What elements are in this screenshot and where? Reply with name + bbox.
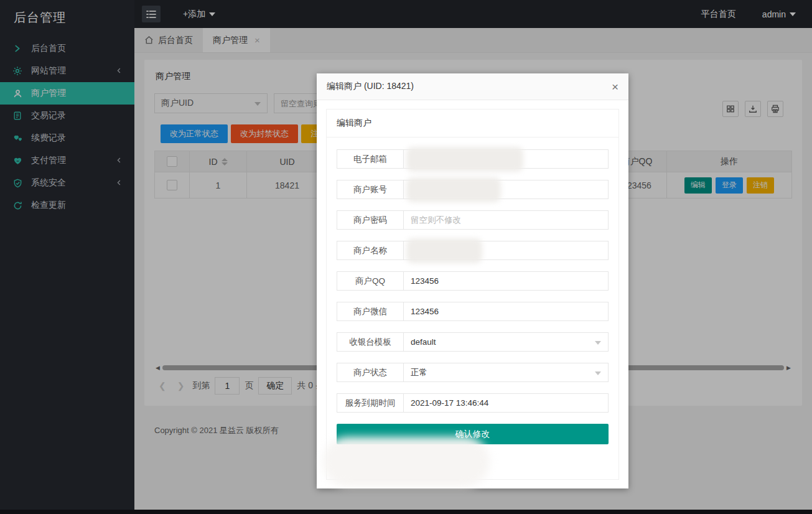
admin-app: 后台管理 后台首页 网站管理 商户管理 交易记录 续费记录	[0, 0, 812, 514]
field-label: 商户密码	[337, 210, 404, 230]
field-wechat: 商户微信	[337, 302, 609, 321]
panel-title: 编辑商户	[327, 110, 618, 138]
password-field[interactable]	[404, 211, 608, 229]
field-label: 商户状态	[337, 363, 404, 382]
field-label: 商户微信	[337, 302, 404, 321]
modal-titlebar: 编辑商户 (UID: 18421) ×	[317, 73, 628, 100]
wechat-field[interactable]	[404, 302, 608, 320]
qq-field[interactable]	[404, 272, 608, 290]
field-password: 商户密码	[337, 210, 609, 230]
watermark-blur	[323, 437, 490, 487]
redaction-blur	[406, 238, 482, 263]
field-status: 商户状态	[337, 363, 609, 382]
modal-title: 编辑商户 (UID: 18421)	[327, 81, 414, 92]
field-expiry: 服务到期时间	[337, 393, 609, 413]
field-cashier-template: 收银台模板	[337, 332, 609, 352]
edit-merchant-modal: 编辑商户 (UID: 18421) × 编辑商户 电子邮箱 商户账号	[317, 73, 628, 488]
field-name: 商户名称	[337, 241, 609, 260]
redaction-blur	[406, 147, 523, 172]
chevron-down-icon	[595, 341, 601, 345]
merchant-status-select[interactable]	[403, 363, 609, 382]
edit-panel: 编辑商户 电子邮箱 商户账号 商户密码	[326, 109, 619, 480]
field-email: 电子邮箱	[337, 149, 609, 169]
field-label: 商户名称	[337, 241, 404, 260]
chevron-down-icon	[595, 371, 601, 375]
field-account: 商户账号	[337, 180, 609, 199]
cashier-template-value	[404, 333, 608, 351]
field-label: 商户账号	[337, 180, 404, 199]
field-label: 电子邮箱	[337, 149, 404, 169]
field-label: 商户QQ	[337, 271, 404, 291]
redaction-blur	[406, 177, 501, 202]
edit-form: 电子邮箱 商户账号 商户密码 商户名称	[327, 138, 618, 444]
close-icon[interactable]: ×	[612, 81, 618, 93]
field-label: 服务到期时间	[337, 393, 404, 413]
merchant-status-value	[404, 363, 608, 381]
cashier-template-select[interactable]	[403, 332, 609, 352]
field-label: 收银台模板	[337, 332, 404, 352]
field-qq: 商户QQ	[337, 271, 609, 291]
modal-body: 编辑商户 电子邮箱 商户账号 商户密码	[317, 100, 628, 488]
service-expiry-field[interactable]	[404, 394, 608, 412]
